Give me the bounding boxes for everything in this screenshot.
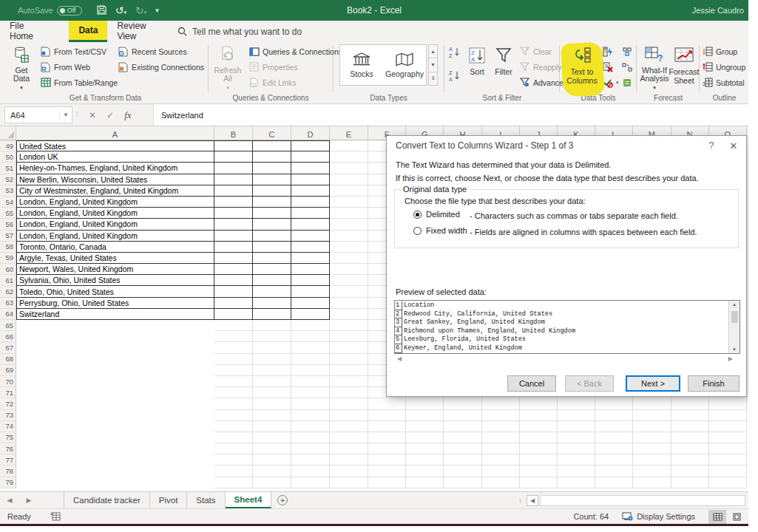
enter-entry-icon[interactable]: ✓ [106,110,114,120]
column-header[interactable]: D [291,126,330,140]
tab-splitter-handle[interactable]: ⁝ [519,497,521,504]
cell[interactable] [253,185,291,197]
edit-links-button[interactable]: Edit Links [248,75,342,90]
cell[interactable] [291,298,330,309]
cell-location[interactable]: London, England, United Kingdom [16,208,214,219]
cell[interactable] [633,466,671,477]
cell[interactable] [291,275,330,286]
cell[interactable] [633,432,671,443]
ribbon-tab[interactable]: Review [107,21,167,31]
back-button[interactable]: < Back [565,375,614,392]
cell[interactable] [520,443,558,454]
cell[interactable] [291,185,330,197]
row-header[interactable]: 58 [0,242,16,253]
cell[interactable] [291,432,330,443]
sort-button[interactable]: ZA Sort [464,44,490,92]
cell[interactable] [709,454,747,466]
cell[interactable] [214,376,253,387]
ribbon-tab[interactable]: File [0,21,69,31]
cell[interactable] [253,231,291,242]
row-header[interactable]: 57 [0,231,16,242]
sheet-nav-right-icon[interactable]: ▶ [19,492,38,508]
ribbon-tab[interactable]: Home [0,31,69,41]
group-button[interactable]: Group [702,44,745,59]
scroll-down-icon[interactable]: ▼ [732,346,737,353]
cell[interactable] [214,320,253,331]
cell[interactable] [709,477,747,488]
recent-sources-button[interactable]: Recent Sources [118,44,204,59]
cell[interactable] [291,286,330,297]
scrollbar-thumb[interactable] [731,311,738,323]
cell[interactable] [330,443,368,454]
cell-location[interactable]: New Berlin, Wisconsin, United States [16,174,214,185]
cell[interactable] [214,174,253,185]
data-validation-button[interactable]: ▾ [602,75,619,90]
cell[interactable] [671,421,709,432]
cell[interactable] [709,421,747,432]
cell-location[interactable]: Argyle, Texas, United States [16,253,214,264]
row-header[interactable]: 75 [0,432,16,443]
row-header[interactable]: 68 [0,354,16,365]
cell[interactable] [291,174,330,185]
sheet-tab-active[interactable]: Sheet4 [226,492,272,508]
cell[interactable] [214,163,253,174]
text-to-columns-button[interactable]: Text to Columns [565,44,599,92]
cell[interactable] [16,342,214,353]
cell[interactable] [482,443,520,454]
row-header[interactable]: 74 [0,421,16,432]
cell[interactable] [368,410,406,421]
select-all-corner[interactable] [0,126,16,140]
preview-scrollbar[interactable]: ▲ ▼ [728,301,740,353]
from-web-button[interactable]: From Web [40,59,118,75]
row-header[interactable]: 69 [0,365,16,376]
cell[interactable] [671,410,709,421]
cell[interactable] [214,410,253,421]
cell-location[interactable]: Toledo, Ohio, United States [16,286,214,297]
flash-fill-button[interactable] [602,44,619,59]
user-name[interactable]: Jessie Caudro [692,6,744,15]
cell[interactable] [330,331,368,342]
cell[interactable] [595,454,633,466]
cell[interactable] [520,466,558,477]
cell[interactable] [253,140,291,151]
cell[interactable] [368,432,406,443]
cell[interactable] [633,443,671,454]
cell[interactable] [558,466,595,477]
cell[interactable] [709,443,747,454]
cell[interactable] [253,454,291,466]
refresh-all-button[interactable]: Refresh All▾ [212,44,244,92]
cell[interactable] [253,443,291,454]
cell[interactable] [558,443,595,454]
geography-button[interactable]: Geography [383,45,426,85]
cell[interactable] [709,466,747,477]
cell[interactable] [330,242,368,253]
cell-location[interactable]: City of Westminster, England, United Kin… [16,185,214,197]
cell[interactable] [558,454,595,466]
from-text-csv-button[interactable]: From Text/CSV [40,44,118,59]
cell[interactable] [709,410,747,421]
cell[interactable] [633,410,671,421]
cell[interactable] [253,421,291,432]
ribbon-tab-data[interactable]: Data [69,21,107,42]
cell[interactable] [709,398,747,409]
cell[interactable] [291,477,330,488]
cell[interactable] [406,466,444,477]
column-header[interactable]: A [16,126,214,140]
cell[interactable] [330,354,368,365]
cell[interactable] [671,443,709,454]
cell-location[interactable]: Newport, Wales, United Kingdom [16,264,214,275]
fixed-width-radio[interactable]: Fixed width [413,226,467,235]
cell[interactable] [671,398,709,409]
gallery-up-icon[interactable]: ▲ [428,44,438,58]
sheet-tab[interactable]: Pivot [150,492,188,508]
cell[interactable] [482,398,520,409]
cell[interactable] [214,197,253,208]
cell[interactable] [214,387,253,398]
row-header[interactable]: 63 [0,298,16,309]
cell[interactable] [330,219,368,230]
finish-button[interactable]: Finish [688,375,740,392]
name-box[interactable]: A64 ▼ [4,106,72,123]
cell[interactable] [214,331,253,342]
cell[interactable] [16,477,214,488]
cell[interactable] [330,298,368,309]
